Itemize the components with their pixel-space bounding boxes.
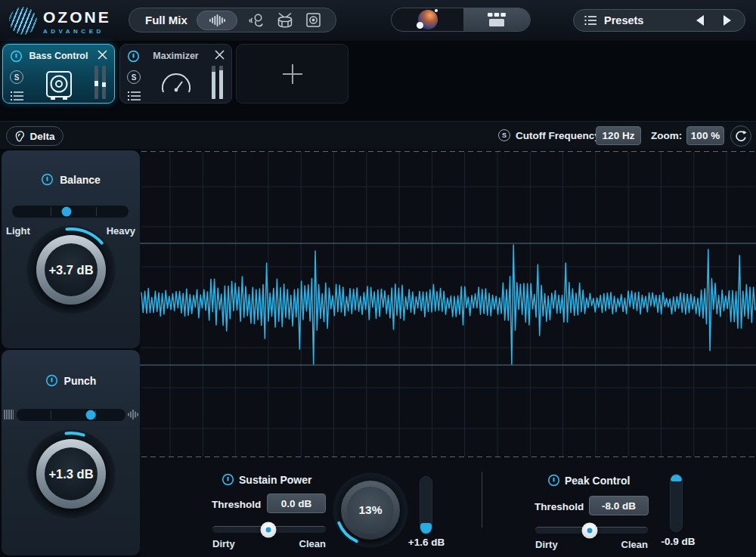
punch-knob[interactable]: +1.3 dB: [26, 429, 116, 518]
module-meter: [94, 66, 98, 99]
peak-threshold-label: Threshold: [534, 501, 584, 512]
audio-waveform: [141, 245, 755, 364]
waveform-bars-icon: [209, 14, 225, 27]
reset-zoom-button[interactable]: [730, 125, 751, 147]
brand-subtitle: ADVANCED: [43, 28, 111, 35]
peak-slider-thumb[interactable]: [581, 523, 597, 539]
sustain-threshold-field[interactable]: 0.0 dB: [267, 494, 326, 513]
dense-bars-icon: [4, 410, 14, 419]
sustain-slider-thumb[interactable]: [260, 522, 276, 538]
subwoofer-icon: [42, 67, 76, 102]
sustain-min-label: Dirty: [212, 538, 235, 549]
peak-min-label: Dirty: [535, 539, 558, 550]
cutoff-label: Cutoff Frequency:: [516, 130, 603, 141]
mix-option-drums[interactable]: [275, 11, 295, 30]
sustain-knob[interactable]: 13%: [333, 472, 408, 548]
balance-header: Balance: [2, 173, 140, 186]
module-card-bass-control[interactable]: Bass Control S: [2, 44, 115, 104]
punch-slider-thumb[interactable]: [85, 410, 95, 420]
power-icon[interactable]: [222, 473, 234, 486]
sphere-view-icon: [418, 10, 438, 29]
circular-arrow-icon: [735, 130, 747, 142]
preset-list-icon: [584, 15, 597, 26]
top-bar: OZONE ADVANCED Full Mix: [0, 0, 756, 42]
power-icon[interactable]: [547, 474, 560, 487]
module-title: Maximizer: [141, 51, 210, 61]
close-icon[interactable]: [98, 50, 107, 60]
sustain-scale-labels: Dirty Clean: [212, 538, 326, 549]
power-icon[interactable]: [45, 374, 58, 387]
module-view-icon: [486, 12, 507, 27]
peak-title: Peak Control: [565, 475, 630, 487]
brand: OZONE ADVANCED: [43, 8, 111, 35]
preset-next-icon[interactable]: [723, 15, 731, 26]
cutoff-value-field[interactable]: 120 Hz: [596, 126, 641, 145]
view-toggle-sphere[interactable]: [392, 8, 463, 31]
mix-option-amp[interactable]: [304, 11, 324, 30]
drums-icon: [276, 12, 294, 29]
delta-label: Delta: [29, 131, 54, 142]
punch-slider[interactable]: [17, 409, 125, 421]
view-toggle-modules[interactable]: [463, 8, 530, 31]
presets-label: Presets: [604, 14, 643, 26]
sustain-max-label: Clean: [299, 538, 326, 549]
brand-name: OZONE: [43, 8, 111, 26]
power-icon[interactable]: [41, 173, 54, 186]
balance-panel: Balance Light Heavy +3.7 dB: [2, 150, 140, 348]
presets-button[interactable]: Presets: [573, 9, 745, 32]
solo-button[interactable]: S: [10, 70, 23, 84]
balance-slider[interactable]: [12, 206, 129, 218]
zoom-value-field[interactable]: 100 %: [686, 126, 724, 145]
peak-meter-value: -0.9 dB: [656, 536, 700, 547]
module-meter: [102, 66, 106, 99]
module-meter: [212, 66, 215, 99]
module-meter: [219, 66, 223, 99]
module-menu-icon[interactable]: [128, 91, 141, 101]
peak-threshold-field[interactable]: -8.0 dB: [589, 496, 649, 515]
sustain-slider[interactable]: [212, 526, 326, 533]
plus-icon: [283, 64, 302, 84]
mix-option-vocal[interactable]: [246, 11, 266, 30]
ozone-plugin-window: OZONE ADVANCED Full Mix: [0, 0, 756, 557]
add-module-card[interactable]: [236, 44, 349, 104]
sustain-meter-value: +1.6 dB: [404, 537, 448, 548]
balance-slider-thumb[interactable]: [62, 207, 72, 217]
cutoff-solo-button[interactable]: S: [498, 129, 510, 141]
balance-title: Balance: [60, 174, 101, 186]
ear-icon: [14, 130, 24, 142]
peak-gain-meter: [670, 474, 683, 532]
sustain-threshold-label: Threshold: [212, 499, 261, 510]
zoom-label: Zoom:: [651, 130, 682, 141]
gauge-icon: [160, 72, 193, 94]
vocal-icon: [248, 12, 265, 29]
punch-title: Punch: [64, 375, 97, 387]
ozone-logo-icon: [9, 7, 37, 35]
preset-prev-icon[interactable]: [696, 15, 704, 26]
sustain-gain-meter: [420, 476, 432, 534]
display-toolbar: Delta S Cutoff Frequency: 120 Hz Zoom: 1…: [0, 121, 756, 149]
punch-header: Punch: [2, 374, 140, 387]
power-icon[interactable]: [10, 50, 23, 63]
module-card-maximizer[interactable]: Maximizer S: [119, 44, 232, 104]
mix-option-waveform[interactable]: [197, 11, 237, 30]
power-icon[interactable]: [127, 50, 140, 63]
balance-knob[interactable]: +3.7 dB: [26, 225, 116, 314]
mix-label: Full Mix: [145, 14, 187, 26]
amp-icon: [305, 12, 321, 28]
peak-max-label: Clean: [621, 539, 648, 550]
delta-button[interactable]: Delta: [6, 126, 64, 146]
module-chain: Bass Control S: [0, 42, 756, 121]
module-title: Bass Control: [24, 51, 93, 61]
mix-target-selector: Full Mix: [129, 8, 336, 32]
view-toggle: [391, 8, 531, 32]
section-divider: [482, 472, 482, 528]
punch-panel: Punch +1.3 dB: [2, 350, 140, 555]
close-icon[interactable]: [215, 50, 225, 60]
peak-scale-labels: Dirty Clean: [535, 539, 648, 550]
waveform-svg: [140, 149, 756, 557]
solo-button[interactable]: S: [127, 70, 141, 84]
sustain-title: Sustain Power: [239, 474, 311, 486]
transient-icon: [128, 410, 138, 419]
peak-slider[interactable]: [535, 527, 648, 534]
module-menu-icon[interactable]: [11, 91, 24, 101]
